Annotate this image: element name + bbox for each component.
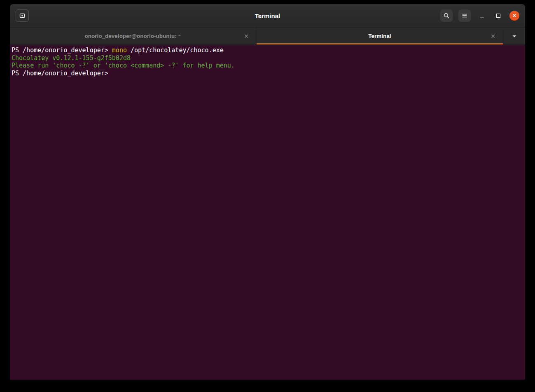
terminal-text-segment: PS /home/onorio_developer> bbox=[12, 47, 112, 54]
search-icon bbox=[443, 12, 450, 19]
terminal-output[interactable]: PS /home/onorio_developer> mono /opt/cho… bbox=[10, 45, 525, 380]
tab-label: Terminal bbox=[368, 33, 391, 39]
close-button[interactable]: ✕ bbox=[509, 11, 519, 21]
maximize-button[interactable] bbox=[493, 10, 504, 21]
tab-terminal[interactable]: Terminal ✕ bbox=[256, 28, 503, 44]
tab-shell-session[interactable]: onorio_developer@onorio-ubuntu: ~ ✕ bbox=[10, 28, 256, 44]
new-tab-icon bbox=[19, 12, 26, 19]
new-tab-button[interactable] bbox=[16, 9, 29, 22]
search-button[interactable] bbox=[440, 9, 453, 22]
menu-button[interactable] bbox=[458, 9, 471, 22]
chevron-down-icon bbox=[511, 33, 518, 40]
tab-bar: onorio_developer@onorio-ubuntu: ~ ✕ Term… bbox=[10, 28, 525, 45]
tab-label: onorio_developer@onorio-ubuntu: ~ bbox=[85, 33, 182, 39]
terminal-line: PS /home/onorio_developer> bbox=[12, 70, 523, 77]
hamburger-icon bbox=[461, 12, 468, 19]
tab-list-dropdown[interactable] bbox=[503, 28, 525, 44]
terminal-line: Chocolatey v0.12.1-155-g2f5b02d8 bbox=[12, 54, 523, 62]
close-icon: ✕ bbox=[512, 13, 516, 19]
terminal-text-segment: /opt/chocolatey/choco.exe bbox=[127, 47, 224, 54]
terminal-line: Please run 'choco -?' or 'choco <command… bbox=[12, 62, 523, 70]
terminal-text-segment: PS /home/onorio_developer> bbox=[12, 70, 108, 77]
terminal-text-segment: Chocolatey v0.12.1-155-g2f5b02d8 bbox=[12, 54, 131, 62]
terminal-line: PS /home/onorio_developer> mono /opt/cho… bbox=[12, 47, 523, 54]
terminal-text-segment: Please run 'choco -?' or 'choco <command… bbox=[12, 62, 235, 69]
titlebar[interactable]: Terminal bbox=[10, 4, 525, 28]
minimize-icon: ─ bbox=[480, 16, 484, 20]
tab-close-icon[interactable]: ✕ bbox=[491, 33, 495, 39]
terminal-text-segment: mono bbox=[112, 47, 127, 54]
terminal-window: Terminal bbox=[10, 4, 525, 380]
minimize-button[interactable]: ─ bbox=[477, 10, 487, 21]
maximize-icon bbox=[496, 14, 500, 18]
tab-close-icon[interactable]: ✕ bbox=[244, 33, 249, 39]
